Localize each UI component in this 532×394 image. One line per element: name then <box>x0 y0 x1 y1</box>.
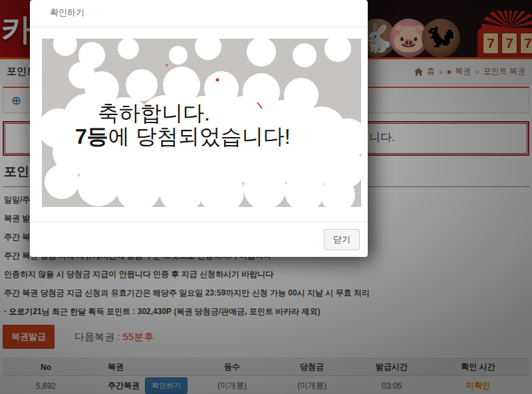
scratch-card-image[interactable]: 축하합니다. 7등에 당첨되었습니다! <box>42 39 361 207</box>
congrats-line2-rest: 에 당첨되었습니다! <box>108 124 291 148</box>
modal-title: 확인하기 <box>30 0 368 27</box>
close-button[interactable]: 닫기 <box>324 229 360 250</box>
congrats-line2: 7등에 당첨되었습니다! <box>75 124 291 148</box>
modal-body: 축하합니다. 7등에 당첨되었습니다! <box>30 27 368 222</box>
confirm-modal: 확인하기 <box>30 0 368 257</box>
modal-footer: 닫기 <box>30 222 368 257</box>
prize-rank: 7등 <box>75 124 108 148</box>
scratch-card-svg: 축하합니다. 7등에 당첨되었습니다! <box>42 39 361 207</box>
congrats-line1: 축하합니다. <box>98 101 210 125</box>
